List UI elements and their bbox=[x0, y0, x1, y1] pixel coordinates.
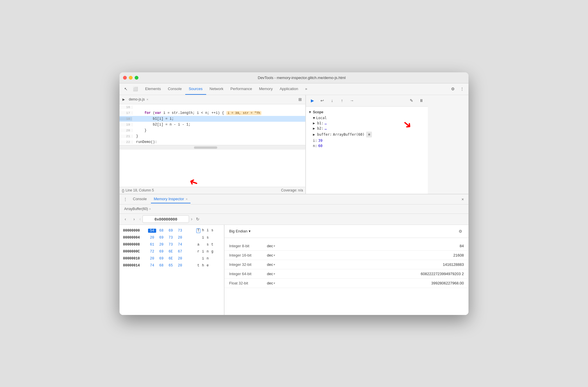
hex-char-2-2[interactable]: s bbox=[206, 243, 210, 247]
hex-byte-3-0[interactable]: 72 bbox=[148, 250, 156, 254]
hex-char-0-3[interactable]: s bbox=[210, 228, 214, 233]
hex-char-1-0[interactable] bbox=[196, 236, 200, 240]
step-button[interactable]: → bbox=[348, 96, 356, 105]
hex-byte-1-2[interactable]: 73 bbox=[167, 236, 175, 240]
mi-refresh-button[interactable]: ↻ bbox=[194, 216, 201, 223]
mi-back-button[interactable]: ‹ bbox=[122, 216, 129, 223]
hex-byte-1-3[interactable]: 20 bbox=[176, 236, 184, 240]
mi-nav-prev[interactable]: ‹ bbox=[139, 216, 141, 222]
hex-char-2-3[interactable]: t bbox=[210, 243, 214, 247]
hex-char-4-0[interactable] bbox=[196, 257, 200, 261]
file-tab-demo-js[interactable]: demo-js.js × bbox=[126, 95, 151, 103]
hex-byte-5-0[interactable]: 74 bbox=[148, 264, 156, 268]
hex-byte-4-3[interactable]: 20 bbox=[176, 257, 184, 261]
close-button[interactable] bbox=[123, 76, 127, 80]
panel-close-button[interactable]: × bbox=[459, 196, 466, 203]
hex-char-5-2[interactable]: e bbox=[206, 264, 210, 268]
hex-byte-2-1[interactable]: 20 bbox=[157, 243, 165, 247]
scope-item-buffer[interactable]: ▶ buffer: ArrayBuffer(60) ⊞ bbox=[308, 131, 425, 138]
tab-more[interactable]: » bbox=[302, 83, 311, 95]
hex-char-1-2[interactable]: s bbox=[206, 236, 210, 240]
hex-byte-4-1[interactable]: 69 bbox=[157, 257, 165, 261]
hex-char-4-1[interactable]: i bbox=[201, 257, 205, 261]
hex-byte-0-0[interactable]: 54 bbox=[148, 229, 156, 233]
hex-byte-1-1[interactable]: 69 bbox=[157, 236, 165, 240]
hex-char-3-1[interactable]: i bbox=[201, 250, 205, 254]
maximize-button[interactable] bbox=[135, 76, 138, 80]
hex-char-5-3[interactable] bbox=[210, 264, 214, 268]
int32-format[interactable]: dec ▾ bbox=[267, 262, 290, 267]
file-tree-toggle[interactable]: ▶ bbox=[121, 96, 126, 102]
hex-byte-2-3[interactable]: 74 bbox=[176, 243, 184, 247]
file-search-icon[interactable]: ⊞ bbox=[296, 95, 304, 103]
int16-format[interactable]: dec ▾ bbox=[267, 253, 290, 257]
hex-byte-3-2[interactable]: 6E bbox=[167, 250, 175, 254]
step-into-button[interactable]: ↓ bbox=[328, 96, 336, 105]
panel-menu-icon[interactable]: ⋮ bbox=[122, 196, 129, 203]
hex-byte-4-0[interactable]: 20 bbox=[148, 257, 156, 261]
step-over-button[interactable]: ↩ bbox=[318, 96, 326, 105]
horizontal-scrollbar[interactable] bbox=[120, 145, 305, 150]
scope-title[interactable]: ▼ Scope bbox=[308, 109, 425, 115]
hex-char-0-0[interactable]: T bbox=[196, 228, 200, 233]
hex-byte-2-2[interactable]: 73 bbox=[167, 243, 175, 247]
hex-char-0-2[interactable]: i bbox=[206, 228, 210, 233]
minimize-button[interactable] bbox=[129, 76, 133, 80]
tab-elements[interactable]: Elements bbox=[142, 83, 164, 95]
step-out-button[interactable]: ↑ bbox=[338, 96, 346, 105]
inspect-element-button[interactable]: ↖ bbox=[122, 85, 130, 93]
device-toggle-button[interactable]: ⬜ bbox=[131, 85, 139, 93]
hex-byte-5-3[interactable]: 20 bbox=[176, 264, 184, 268]
deactivate-breakpoints-button[interactable]: ✎ bbox=[407, 96, 416, 105]
hex-byte-3-3[interactable]: 67 bbox=[176, 250, 184, 254]
endian-selector[interactable]: Big Endian ▾ bbox=[229, 229, 251, 233]
hex-char-5-0[interactable]: t bbox=[196, 264, 200, 268]
hex-byte-2-0[interactable]: 61 bbox=[148, 243, 156, 247]
hex-char-1-1[interactable]: i bbox=[201, 236, 205, 240]
hex-char-4-2[interactable]: n bbox=[206, 257, 210, 261]
tab-network[interactable]: Network bbox=[206, 83, 227, 95]
sources-panel: ▶ demo-js.js × ⊞ 16 17 bbox=[120, 95, 306, 194]
hex-byte-5-2[interactable]: 65 bbox=[167, 264, 175, 268]
mi-arraybuffer-tab[interactable]: ArrayBuffer(60) × bbox=[122, 205, 153, 213]
mi-address-input[interactable] bbox=[142, 215, 189, 223]
hex-byte-4-2[interactable]: 6E bbox=[167, 257, 175, 261]
hex-char-4-3[interactable] bbox=[210, 257, 214, 261]
hex-char-1-3[interactable] bbox=[210, 236, 214, 240]
hex-byte-0-2[interactable]: 69 bbox=[167, 229, 175, 233]
open-memory-inspector-icon[interactable]: ⊞ bbox=[366, 132, 372, 137]
tab-application[interactable]: Application bbox=[276, 83, 302, 95]
resume-button[interactable]: ▶ bbox=[308, 96, 316, 105]
hex-byte-0-3[interactable]: 73 bbox=[176, 229, 184, 233]
float32-format[interactable]: dec ▾ bbox=[267, 281, 290, 285]
int64-format[interactable]: dec ▾ bbox=[267, 272, 290, 276]
arraybuffer-tab-close[interactable]: × bbox=[149, 207, 151, 211]
memory-inspector-close-icon[interactable]: × bbox=[186, 197, 188, 201]
settings-icon[interactable]: ⚙ bbox=[449, 85, 457, 93]
hex-char-3-0[interactable]: r bbox=[196, 250, 200, 254]
mi-forward-button[interactable]: › bbox=[131, 216, 138, 223]
hex-byte-5-1[interactable]: 68 bbox=[157, 264, 165, 268]
hex-char-2-1[interactable] bbox=[201, 243, 205, 247]
tab-sources[interactable]: Sources bbox=[185, 83, 206, 95]
format-icon[interactable]: {} bbox=[122, 188, 124, 193]
hex-char-5-1[interactable]: h bbox=[201, 264, 205, 268]
mi-nav-next[interactable]: › bbox=[191, 216, 192, 222]
hex-char-2-0[interactable]: a bbox=[196, 243, 200, 247]
hex-byte-0-1[interactable]: 68 bbox=[157, 229, 165, 233]
file-tab-close-icon[interactable]: × bbox=[147, 98, 148, 101]
tab-console[interactable]: Console bbox=[164, 83, 185, 95]
hex-byte-1-0[interactable]: 20 bbox=[148, 236, 156, 240]
tab-console-bottom[interactable]: Console bbox=[130, 195, 150, 203]
tab-memory-inspector[interactable]: Memory Inspector × bbox=[151, 195, 190, 203]
tab-memory[interactable]: Memory bbox=[256, 83, 276, 95]
hex-char-3-2[interactable]: n bbox=[206, 250, 210, 254]
hex-char-0-1[interactable]: h bbox=[201, 228, 205, 233]
hex-char-3-3[interactable]: g bbox=[210, 250, 214, 254]
hex-byte-3-1[interactable]: 69 bbox=[157, 250, 165, 254]
int8-format[interactable]: dec ▾ bbox=[267, 244, 290, 248]
pause-on-exceptions-button[interactable]: ⏸ bbox=[417, 96, 425, 105]
inspector-settings-icon[interactable]: ⚙ bbox=[457, 228, 464, 235]
tab-performance[interactable]: Performance bbox=[227, 83, 255, 95]
more-options-icon[interactable]: ⋮ bbox=[458, 85, 466, 93]
